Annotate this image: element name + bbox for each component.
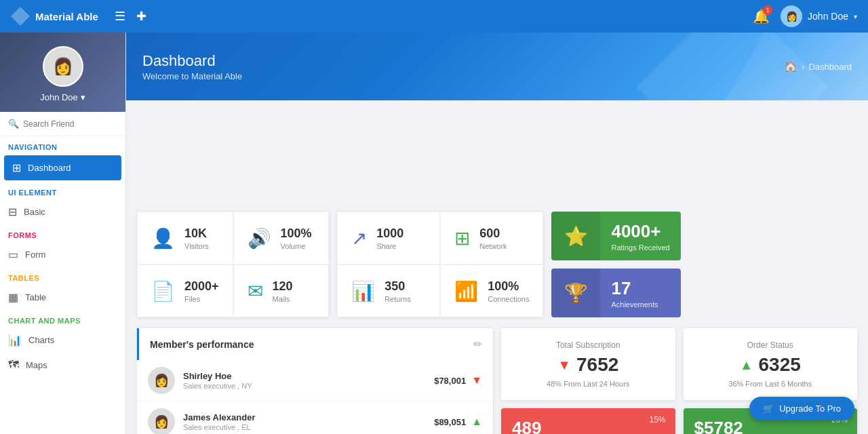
app-name: Material Able [35, 11, 98, 22]
stat-group-1: 👤 10K Visitors 🔊 100% Volume 📄 2000+ Fil… [137, 212, 329, 317]
grid-icon[interactable]: ✚ [136, 9, 146, 24]
sidebar-item-basic[interactable]: ⊟ Basic [0, 199, 125, 224]
sidebar-item-label: Table [25, 292, 46, 302]
sidebar-item-table[interactable]: ▦ Table [0, 285, 125, 310]
stats-row: 👤 10K Visitors 🔊 100% Volume 📄 2000+ Fil… [137, 212, 857, 317]
stat-network: ⊞ 600 Network [440, 212, 543, 264]
share-label: Share [376, 242, 403, 250]
member-info-1: Shirley Hoe Sales executive , NY [183, 371, 252, 390]
achievements-icon-area: 🏆 [551, 269, 600, 317]
stat-achievements-card: 🏆 17 Achievements [551, 269, 680, 317]
form-icon: ▭ [8, 248, 18, 261]
notification-bell[interactable]: 🔔 1 [753, 8, 770, 24]
sidebar-item-label: Charts [28, 335, 54, 345]
edit-icon[interactable]: ✏ [473, 338, 482, 351]
breadcrumb-separator: › [802, 62, 804, 72]
returns-icon: 📊 [351, 280, 375, 302]
visitors-icon: 👤 [151, 227, 175, 250]
sidebar-item-label: Form [25, 250, 45, 260]
stat-connections: 📶 100% Connections [440, 264, 543, 317]
stat-special-cards: ⭐ 4000+ Ratings Received 🏆 17 Achievemen… [551, 212, 680, 317]
stat-volume: 🔊 100% Volume [233, 212, 330, 264]
breadcrumb: 🏠 › Dashboard [784, 60, 852, 73]
panel-title: Member's performance [150, 339, 254, 350]
dashboard-icon: ⊞ [12, 161, 21, 174]
trend-down-icon-1: ▼ [471, 374, 482, 387]
sidebar-item-maps[interactable]: 🗺 Maps [0, 353, 125, 377]
trophy-icon: 🏆 [564, 282, 588, 304]
sidebar-item-dashboard[interactable]: ⊞ Dashboard [4, 155, 121, 180]
sidebar-item-charts[interactable]: 📊 Charts [0, 328, 125, 353]
forms-section-label: Forms [0, 224, 125, 242]
user-menu[interactable]: 👩 John Doe ▾ [781, 5, 857, 27]
stat-mails: ✉ 120 Mails [233, 264, 330, 317]
subscription-label: Total Subscription [515, 340, 662, 350]
ui-section-label: UI Element [0, 182, 125, 199]
chevron-down-icon: ▾ [854, 13, 857, 20]
files-value: 2000+ [184, 279, 219, 294]
sidebar-username: John Doe ▾ [0, 92, 125, 102]
files-icon: 📄 [151, 280, 175, 302]
connections-icon: 📶 [454, 280, 478, 302]
page-title: Dashboard [142, 52, 242, 70]
subscription-value: 7652 [576, 354, 618, 376]
volume-label: Volume [281, 242, 312, 250]
share-value: 1000 [376, 226, 403, 241]
breadcrumb-current: Dashboard [808, 62, 852, 72]
avatar: 👩 [781, 5, 802, 27]
member-avatar-1: 👩 [148, 367, 175, 394]
search-input[interactable] [23, 119, 117, 129]
stat-share: ↗ 1000 Share [337, 212, 440, 264]
charts-icon: 📊 [8, 334, 22, 347]
ratings-info: 4000+ Ratings Received [600, 214, 680, 258]
member-role-2: Sales executive , EL [183, 423, 255, 431]
sidebar-chevron-icon: ▾ [81, 92, 85, 102]
returns-value: 350 [384, 279, 411, 294]
tables-section-label: Tables [0, 267, 125, 285]
chart-maps-section-label: Chart And Maps [0, 310, 125, 328]
lower-grid: Member's performance ✏ 👩 Shirley Hoe Sal… [137, 328, 857, 434]
ratings-label: Ratings Received [611, 243, 669, 252]
app-logo[interactable]: Material Able [11, 7, 98, 26]
volume-icon: 🔊 [248, 227, 271, 250]
sidebar-item-form[interactable]: ▭ Form [0, 242, 125, 267]
home-icon: 🏠 [784, 60, 797, 73]
order-sub: 36% From Last 6 Months [697, 380, 844, 388]
visitors-value: 10K [184, 226, 209, 241]
member-row: 👩 Shirley Hoe Sales executive , NY $78,0… [137, 360, 493, 401]
ratings-icon-area: ⭐ [551, 212, 600, 260]
network-value: 600 [479, 226, 507, 241]
network-icon: ⊞ [454, 227, 470, 250]
connections-label: Connections [488, 295, 529, 303]
subscription-sub: 48% From Last 24 Hours [515, 380, 662, 388]
sidebar-item-label: Maps [26, 360, 47, 370]
connections-value: 100% [488, 279, 529, 294]
logo-icon [11, 7, 30, 26]
achievements-value: 17 [611, 278, 658, 299]
achievements-label: Achievements [611, 300, 658, 309]
sidebar-avatar: 👩 [43, 46, 83, 87]
order-label: Order Status [697, 340, 844, 350]
member-name-2: James Alexander [183, 412, 255, 422]
member-info-2: James Alexander Sales executive , EL [183, 412, 255, 431]
panel-header: Member's performance ✏ [137, 328, 493, 360]
member-avatar-2: 👩 [148, 408, 175, 434]
share-icon: ↗ [351, 227, 367, 250]
subscription-trend-icon: ▼ [557, 357, 571, 373]
member-amount-2: $89,051 [434, 417, 466, 427]
trend-up-icon-2: ▲ [471, 416, 482, 428]
sidebar: 👩 John Doe ▾ 🔍 Navigation ⊞ Dashboard UI… [0, 33, 126, 434]
mails-value: 120 [273, 279, 293, 294]
stat-visitors: 👤 10K Visitors [137, 212, 233, 264]
nav-section-label: Navigation [0, 136, 125, 154]
header-banner: Dashboard Welcome to Material Able 🏠 › D… [126, 33, 868, 100]
upgrade-button[interactable]: 🛒 Upgrade To Pro [749, 397, 854, 420]
comment-pct: 15% [649, 415, 665, 425]
sidebar-search-container: 🔍 [0, 112, 125, 136]
stat-files: 📄 2000+ Files [137, 264, 233, 317]
menu-icon[interactable]: ☰ [115, 9, 125, 24]
cart-icon: 🛒 [763, 403, 774, 414]
bell-badge: 1 [763, 5, 772, 15]
topnav: Material Able ☰ ✚ 🔔 1 👩 John Doe ▾ [0, 0, 868, 33]
topnav-right: 🔔 1 👩 John Doe ▾ [753, 5, 857, 27]
